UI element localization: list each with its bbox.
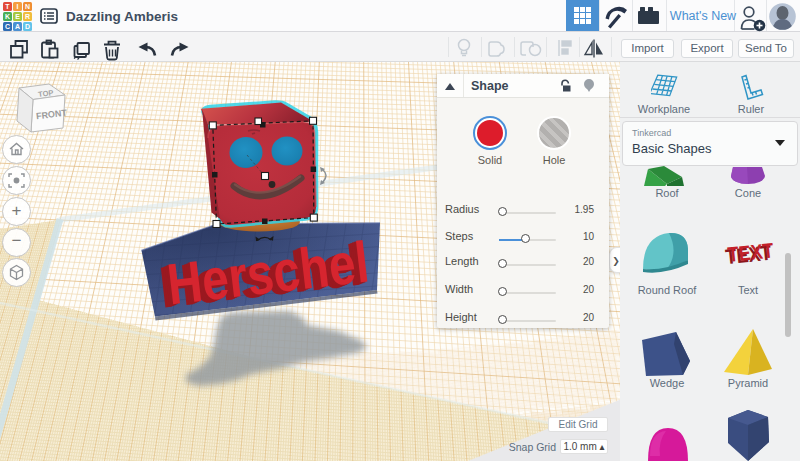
svg-text:TEXT: TEXT — [727, 238, 775, 266]
